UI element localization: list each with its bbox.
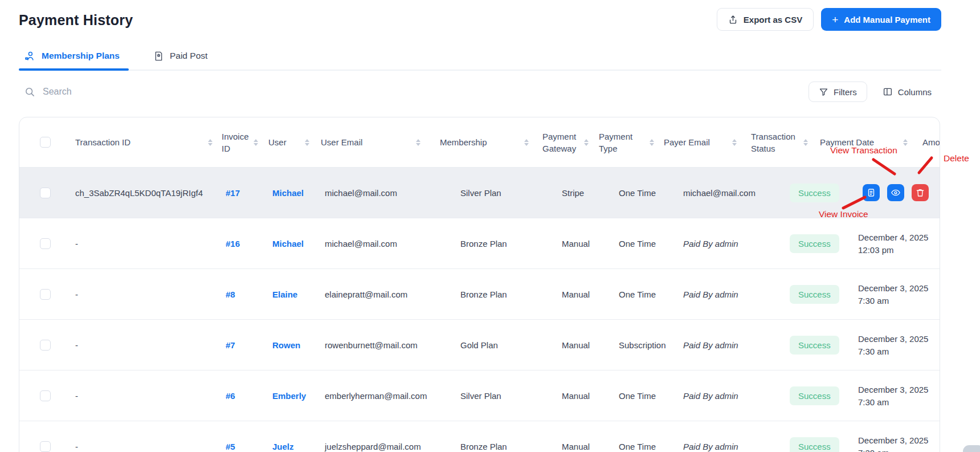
sort-icon[interactable]: [416, 139, 420, 146]
column-header-payment-date[interactable]: Payment Date: [812, 117, 912, 167]
user-link[interactable]: Emberly: [272, 391, 306, 401]
sort-icon[interactable]: [305, 139, 309, 146]
cell-user: Rowen: [263, 320, 314, 370]
column-header-user-email[interactable]: User Email: [314, 117, 425, 167]
user-link[interactable]: Juelz: [272, 442, 294, 451]
delete-button[interactable]: [912, 184, 929, 201]
cell-user-email: michael@mail.com: [314, 168, 425, 218]
row-checkbox[interactable]: [40, 340, 51, 351]
top-bar: Payment History Export as CSV + Add Manu…: [19, 0, 941, 31]
cell-invoice-id: #16: [217, 218, 263, 268]
cell-payer-email: Paid By admin: [659, 269, 741, 319]
sort-icon[interactable]: [903, 139, 908, 146]
sort-icon[interactable]: [584, 139, 589, 146]
column-header-membership[interactable]: Membership: [425, 117, 533, 167]
sort-icon[interactable]: [254, 139, 258, 146]
eye-icon: [891, 188, 901, 198]
cell-transaction-id: ch_3SabZR4qL5KD0qTA19jRIgf4: [59, 168, 217, 218]
cell-transaction-id: -: [59, 320, 217, 370]
add-manual-payment-button[interactable]: + Add Manual Payment: [821, 8, 941, 31]
invoice-link[interactable]: #5: [226, 442, 235, 451]
invoice-link[interactable]: #16: [226, 239, 240, 249]
scroll-indicator[interactable]: [963, 445, 980, 452]
user-link[interactable]: Michael: [272, 188, 304, 198]
export-csv-button[interactable]: Export as CSV: [717, 8, 814, 31]
cell-payer-email: Paid By admin: [659, 421, 741, 452]
invoice-link[interactable]: #7: [226, 340, 235, 350]
export-icon: [728, 15, 738, 25]
view-transaction-button[interactable]: [887, 184, 904, 201]
column-header-payment-type[interactable]: Payment Type: [593, 117, 659, 167]
column-header-user[interactable]: User: [263, 117, 314, 167]
cell-payment-gateway: Manual: [533, 370, 593, 421]
cell-payment-type: One Time: [593, 269, 659, 319]
cell-payment-gateway: Manual: [533, 421, 593, 452]
table-header-row: Transaction IDInvoice IDUserUser EmailMe…: [19, 117, 940, 167]
cell-invoice-id: #17: [217, 168, 263, 218]
search-input[interactable]: Search: [19, 87, 808, 97]
column-header-invoice-id[interactable]: Invoice ID: [217, 117, 263, 167]
invoice-link[interactable]: #6: [226, 391, 235, 401]
user-link[interactable]: Michael: [272, 239, 304, 249]
row-select-cell: [19, 370, 59, 421]
export-csv-label: Export as CSV: [744, 15, 802, 25]
table-row: -#5Juelzjuelzsheppard@mail.comBronze Pla…: [19, 421, 940, 452]
row-select-cell: [19, 168, 59, 218]
cell-user-email: rowenburnett@mail.com: [314, 320, 425, 370]
user-link[interactable]: Elaine: [272, 290, 297, 299]
row-select-cell: [19, 218, 59, 268]
search-placeholder: Search: [43, 87, 72, 97]
sort-icon[interactable]: [732, 139, 737, 146]
page-title: Payment History: [19, 12, 133, 28]
column-header-transaction-id[interactable]: Transaction ID: [59, 117, 217, 167]
column-header-payer-email[interactable]: Payer Email: [659, 117, 741, 167]
filters-button[interactable]: Filters: [808, 82, 867, 102]
filter-funnel-icon: [819, 87, 828, 97]
cell-membership: Bronze Plan: [425, 421, 533, 452]
column-header-amo[interactable]: Amo: [912, 117, 940, 167]
paid-post-document-icon: [153, 51, 164, 62]
payments-table: Transaction IDInvoice IDUserUser EmailMe…: [19, 117, 940, 452]
row-checkbox[interactable]: [40, 390, 51, 401]
row-checkbox[interactable]: [40, 238, 51, 249]
cell-membership: Bronze Plan: [425, 269, 533, 319]
select-all-checkbox[interactable]: [40, 137, 51, 148]
cell-invoice-id: #8: [217, 269, 263, 319]
row-checkbox[interactable]: [40, 188, 51, 198]
cell-transaction-id: -: [59, 421, 217, 452]
sort-icon[interactable]: [208, 139, 213, 146]
cell-payment-date: December 3, 20257:30 am: [812, 320, 912, 370]
cell-transaction-status: Success: [741, 168, 812, 218]
column-header-transaction-status[interactable]: Transaction Status: [741, 117, 812, 167]
cell-user-email: juelzsheppard@mail.com: [314, 421, 425, 452]
cell-user-email: emberlyherman@mail.com: [314, 370, 425, 421]
columns-button[interactable]: Columns: [873, 82, 941, 102]
invoice-link[interactable]: #8: [226, 290, 235, 299]
invoice-link[interactable]: #17: [226, 188, 240, 198]
view-invoice-button[interactable]: [863, 184, 880, 201]
cell-user: Michael: [263, 218, 314, 268]
search-icon: [24, 87, 35, 97]
tab-paid-post[interactable]: Paid Post: [148, 43, 217, 70]
cell-transaction-status: Success: [741, 320, 812, 370]
columns-icon: [883, 87, 893, 97]
user-link[interactable]: Rowen: [272, 340, 300, 350]
cell-transaction-status: Success: [741, 218, 812, 268]
sort-icon[interactable]: [650, 139, 654, 146]
cell-payment-type: Subscription: [593, 320, 659, 370]
annotation-delete: Delete: [944, 153, 969, 164]
cell-payment-gateway: Manual: [533, 218, 593, 268]
cell-invoice-id: #7: [217, 320, 263, 370]
cell-user: Emberly: [263, 370, 314, 421]
row-checkbox[interactable]: [40, 289, 51, 300]
table-row: -#6Emberlyemberlyherman@mail.comSilver P…: [19, 370, 940, 421]
row-checkbox[interactable]: [40, 441, 51, 452]
column-header-payment-gateway[interactable]: Payment Gateway: [533, 117, 593, 167]
tab-membership-plans-label: Membership Plans: [42, 51, 120, 61]
tab-membership-plans[interactable]: Membership Plans: [19, 43, 129, 70]
sort-icon[interactable]: [803, 139, 808, 146]
header-select-cell: [19, 117, 59, 167]
sort-icon[interactable]: [524, 139, 529, 146]
tab-paid-post-label: Paid Post: [170, 51, 207, 61]
cell-user-email: michael@mail.com: [314, 218, 425, 268]
